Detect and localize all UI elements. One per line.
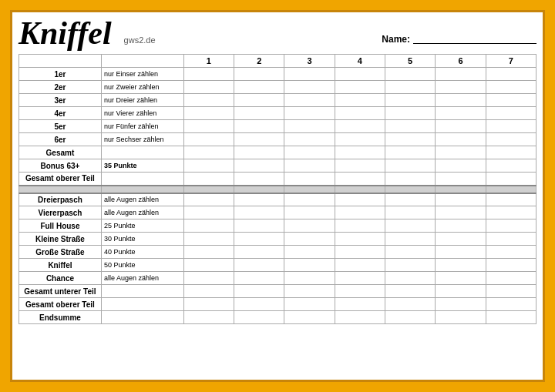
score-cell[interactable] [234,146,284,159]
score-cell[interactable] [284,206,335,219]
score-cell[interactable] [234,94,284,107]
score-cell[interactable] [436,107,486,120]
score-cell[interactable] [385,94,436,107]
score-cell[interactable] [335,219,385,233]
score-cell[interactable] [385,146,436,159]
score-cell[interactable] [486,193,536,206]
score-cell[interactable] [234,107,284,120]
score-cell[interactable] [284,246,335,259]
score-cell[interactable] [385,285,436,298]
score-cell[interactable] [385,259,436,272]
score-cell[interactable] [436,298,486,311]
score-cell[interactable] [284,219,335,233]
score-cell[interactable] [284,94,335,107]
score-cell[interactable] [234,120,284,133]
score-cell[interactable] [234,259,284,272]
score-cell[interactable] [486,206,536,219]
score-cell[interactable] [436,81,486,94]
score-cell[interactable] [234,272,284,285]
score-cell[interactable] [183,311,234,324]
score-cell[interactable] [436,120,486,133]
score-cell[interactable] [385,68,436,81]
score-cell[interactable] [436,94,486,107]
score-cell[interactable] [385,311,436,324]
score-cell[interactable] [335,311,385,324]
score-cell[interactable] [335,173,385,186]
score-cell[interactable] [436,259,486,272]
score-cell[interactable] [183,298,234,311]
score-cell[interactable] [385,246,436,259]
score-cell[interactable] [436,285,486,298]
score-cell[interactable] [436,272,486,285]
score-cell[interactable] [486,68,536,81]
score-cell[interactable] [436,173,486,186]
score-cell[interactable] [436,159,486,173]
score-cell[interactable] [335,259,385,272]
score-cell[interactable] [183,193,234,206]
score-cell[interactable] [183,107,234,120]
score-cell[interactable] [335,206,385,219]
score-cell[interactable] [234,246,284,259]
score-cell[interactable] [385,173,436,186]
score-cell[interactable] [486,298,536,311]
score-cell[interactable] [335,120,385,133]
score-cell[interactable] [486,133,536,146]
score-cell[interactable] [436,68,486,81]
score-cell[interactable] [385,298,436,311]
score-cell[interactable] [234,311,284,324]
score-cell[interactable] [436,219,486,233]
score-cell[interactable] [284,233,335,246]
score-cell[interactable] [486,285,536,298]
score-cell[interactable] [183,285,234,298]
score-cell[interactable] [335,193,385,206]
score-cell[interactable] [486,272,536,285]
score-cell[interactable] [436,133,486,146]
score-cell[interactable] [385,206,436,219]
score-cell[interactable] [234,298,284,311]
score-cell[interactable] [183,120,234,133]
score-cell[interactable] [284,259,335,272]
score-cell[interactable] [183,206,234,219]
score-cell[interactable] [234,159,284,173]
score-cell[interactable] [335,68,385,81]
score-cell[interactable] [486,94,536,107]
score-cell[interactable] [486,233,536,246]
score-cell[interactable] [234,233,284,246]
score-cell[interactable] [335,81,385,94]
score-cell[interactable] [183,146,234,159]
score-cell[interactable] [385,133,436,146]
score-cell[interactable] [284,146,335,159]
score-cell[interactable] [486,259,536,272]
score-cell[interactable] [183,259,234,272]
score-cell[interactable] [486,173,536,186]
score-cell[interactable] [335,285,385,298]
score-cell[interactable] [385,219,436,233]
score-cell[interactable] [335,246,385,259]
score-cell[interactable] [335,233,385,246]
score-cell[interactable] [284,193,335,206]
score-cell[interactable] [335,272,385,285]
score-cell[interactable] [486,159,536,173]
score-cell[interactable] [335,107,385,120]
score-cell[interactable] [284,133,335,146]
score-cell[interactable] [385,193,436,206]
score-cell[interactable] [335,298,385,311]
score-cell[interactable] [436,146,486,159]
score-cell[interactable] [486,246,536,259]
score-cell[interactable] [385,120,436,133]
score-cell[interactable] [183,94,234,107]
score-cell[interactable] [284,107,335,120]
score-cell[interactable] [486,146,536,159]
score-cell[interactable] [284,311,335,324]
score-cell[interactable] [183,272,234,285]
score-cell[interactable] [385,233,436,246]
score-cell[interactable] [183,159,234,173]
score-cell[interactable] [284,68,335,81]
score-cell[interactable] [385,81,436,94]
score-cell[interactable] [436,206,486,219]
score-cell[interactable] [486,120,536,133]
score-cell[interactable] [486,219,536,233]
score-cell[interactable] [183,173,234,186]
score-cell[interactable] [183,246,234,259]
score-cell[interactable] [436,193,486,206]
